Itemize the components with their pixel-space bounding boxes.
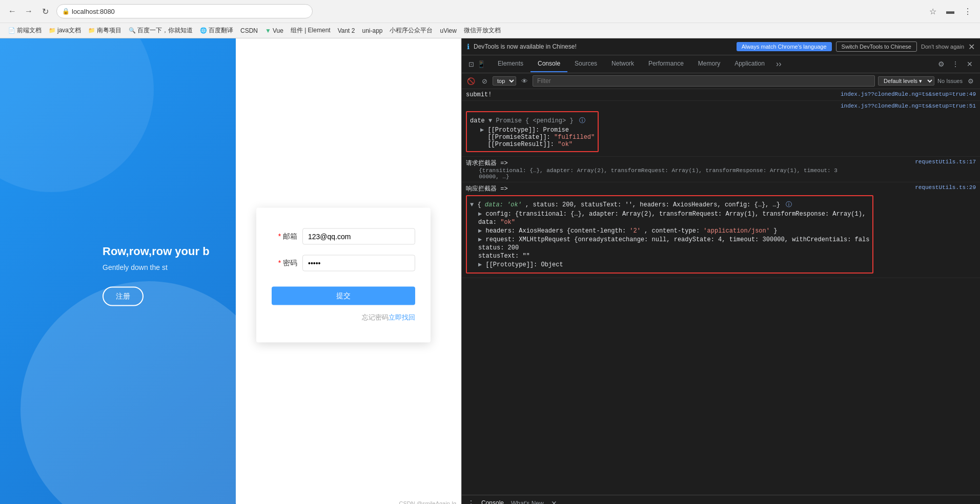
tab-console[interactable]: Console: [530, 56, 567, 72]
bookmark-wx-docs[interactable]: 微信开放文档: [461, 25, 504, 36]
switch-devtools-button[interactable]: Switch DevTools to Chinese: [836, 41, 917, 52]
console-row: index.js??clonedRule.ng=ts&setup=true:51: [466, 103, 976, 109]
bookmark-label: 南粤项目: [97, 26, 121, 35]
bookmark-nyyy[interactable]: 📁 南粤项目: [85, 25, 125, 36]
devtools-header-right: ⚙ ⋮ ✕: [931, 58, 980, 70]
form-footer: 忘记密码 立即找回: [272, 313, 415, 322]
bottom-tab-close-button[interactable]: ✕: [551, 499, 557, 504]
webpage-area: Row,row,row your b Gentlely down the st …: [0, 38, 461, 504]
console-settings-button[interactable]: ⚙: [966, 76, 976, 86]
bookmark-element[interactable]: 组件 | Element: [288, 25, 334, 36]
eye-icon-button[interactable]: 👁: [519, 76, 529, 86]
circle-decoration-2: [0, 38, 154, 192]
tab-elements[interactable]: Elements: [491, 56, 530, 72]
response-block: ▼ { data: 'ok' , status: 200, statusText…: [466, 195, 873, 274]
console-link-promise[interactable]: index.js??clonedRule.ng=ts&setup=true:51: [835, 103, 976, 109]
register-button[interactable]: 注册: [103, 286, 144, 306]
hero-title: Row,row,row your b: [103, 244, 215, 258]
bookmark-icon: 📁: [88, 27, 95, 34]
find-password-link[interactable]: 立即找回: [389, 313, 415, 322]
devtools-tab-bar: Elements Console Sources Network Perform…: [491, 55, 786, 73]
console-entry-resp-interceptor: 响应拦截器 => requestUtils.ts:29 ▼ { data: 'o…: [462, 182, 980, 278]
menu-button[interactable]: ⋮: [961, 4, 975, 18]
devtools-toolbar: 🚫 ⊘ top 👁 Default levels ▾ No Issues ⚙: [462, 73, 980, 89]
bookmark-icon: 📄: [8, 27, 15, 34]
bottom-tab-whats-new[interactable]: What's New: [509, 499, 546, 504]
bookmark-uview[interactable]: uView: [437, 26, 459, 35]
console-link-submit[interactable]: index.js??clonedRule.ng=ts&setup=true:49: [841, 91, 976, 97]
bookmark-label: 百度翻译: [209, 26, 233, 35]
star-button[interactable]: ☆: [926, 4, 940, 18]
tab-network[interactable]: Network: [604, 56, 641, 72]
bookmark-label: Vant 2: [338, 27, 355, 34]
req-interceptor-label: 请求拦截器 =>: [466, 160, 508, 167]
bookmark-miniapp[interactable]: 小程序公众平台: [386, 25, 436, 36]
filter-icon-button[interactable]: ⊘: [479, 76, 489, 86]
bookmark-vue[interactable]: ▼ Vue: [262, 26, 287, 35]
reload-button[interactable]: ↻: [38, 4, 52, 18]
bookmark-label: Vue: [273, 27, 283, 34]
bookmark-label: 百度一下，你就知道: [137, 26, 193, 35]
bookmark-icon: 🔍: [129, 27, 136, 34]
bookmark-csdn[interactable]: CSDN: [237, 26, 261, 35]
context-selector[interactable]: top: [493, 76, 516, 86]
dont-show-again-link[interactable]: Don't show again: [921, 44, 964, 50]
info-icon: ℹ: [467, 43, 469, 51]
bookmark-label: CSDN: [240, 27, 258, 34]
default-levels-select[interactable]: Default levels ▾: [878, 76, 934, 86]
bookmark-baidu[interactable]: 🔍 百度一下，你就知道: [126, 25, 196, 36]
hero-subtitle: Gentlely down the st: [103, 263, 215, 271]
browser-actions: ☆ ▬ ⋮: [926, 4, 975, 18]
forward-button[interactable]: →: [22, 4, 36, 18]
console-entry-promise: index.js??clonedRule.ng=ts&setup=true:51…: [462, 101, 980, 157]
inspect-icon[interactable]: ⊡: [466, 59, 476, 69]
device-icon[interactable]: 📱: [476, 59, 486, 69]
req-interceptor-content: {transitional: {…}, adapter: Array(2), t…: [472, 167, 838, 180]
devtools-close-button[interactable]: ✕: [964, 58, 976, 70]
three-dots-icon[interactable]: ⋮: [466, 498, 476, 504]
devtools-settings-button[interactable]: ⚙: [935, 58, 947, 70]
tab-more-button[interactable]: ››: [772, 55, 786, 73]
browser-chrome: ← → ↻ 🔒 localhost:8080 ☆ ▬ ⋮ 📄 前端文档 📁 ja…: [0, 0, 980, 38]
tab-application[interactable]: Application: [727, 56, 772, 72]
devtools-bottom-bar: ⋮ Console What's New ✕: [462, 495, 980, 504]
devtools-console[interactable]: submit! index.js??clonedRule.ng=ts&setup…: [462, 89, 980, 495]
extensions-button[interactable]: ▬: [943, 4, 957, 18]
devtools-notification-bar: ℹ DevTools is now available in Chinese! …: [462, 38, 980, 55]
browser-top-bar: ← → ↻ 🔒 localhost:8080 ☆ ▬ ⋮: [0, 0, 980, 23]
clear-console-button[interactable]: 🚫: [466, 76, 476, 86]
password-label: * 密码: [272, 259, 297, 268]
tab-performance[interactable]: Performance: [641, 56, 691, 72]
bookmark-vant[interactable]: Vant 2: [335, 26, 358, 35]
bookmark-label: uni-app: [362, 27, 382, 34]
bottom-tab-console[interactable]: Console: [479, 498, 506, 504]
resp-interceptor-link[interactable]: requestUtils.ts:29: [910, 184, 976, 193]
bookmark-icon: 🌐: [200, 27, 207, 34]
bookmark-uni-app[interactable]: uni-app: [359, 26, 385, 35]
bookmark-java-docs[interactable]: 📁 java文档: [46, 25, 84, 36]
console-entry-req-interceptor: 请求拦截器 => requestUtils.ts:17 {transitiona…: [462, 157, 980, 182]
watermark: CSDN @smileAgain-lg: [399, 500, 456, 504]
tab-memory[interactable]: Memory: [691, 56, 727, 72]
bookmark-label: uView: [440, 27, 456, 34]
tab-sources[interactable]: Sources: [567, 56, 604, 72]
login-form: * 邮箱 * 密码 提交 忘记密码 立即找回: [256, 208, 431, 343]
match-language-button[interactable]: Always match Chrome's language: [737, 42, 832, 51]
bookmark-translate[interactable]: 🌐 百度翻译: [197, 25, 236, 36]
bookmark-label: 小程序公众平台: [390, 26, 433, 35]
bookmark-qd-docs[interactable]: 📄 前端文档: [5, 25, 45, 36]
promise-block: date ▼ Promise { <pending> } ⓘ ▶ [[Proto…: [466, 111, 599, 152]
no-issues-text: No Issues: [937, 78, 963, 84]
req-interceptor-link[interactable]: requestUtils.ts:17: [910, 159, 976, 167]
hero-text-block: Row,row,row your b Gentlely down the st …: [103, 244, 215, 306]
bookmark-icon: 📁: [49, 27, 56, 34]
filter-input[interactable]: [533, 75, 875, 87]
email-input[interactable]: [302, 228, 415, 245]
email-label: * 邮箱: [272, 232, 297, 241]
password-input[interactable]: [302, 255, 415, 271]
back-button[interactable]: ←: [5, 4, 19, 18]
devtools-more-button[interactable]: ⋮: [949, 58, 962, 70]
submit-button[interactable]: 提交: [272, 287, 415, 305]
notification-close-button[interactable]: ✕: [968, 42, 975, 52]
address-bar[interactable]: 🔒 localhost:8080: [56, 4, 313, 18]
